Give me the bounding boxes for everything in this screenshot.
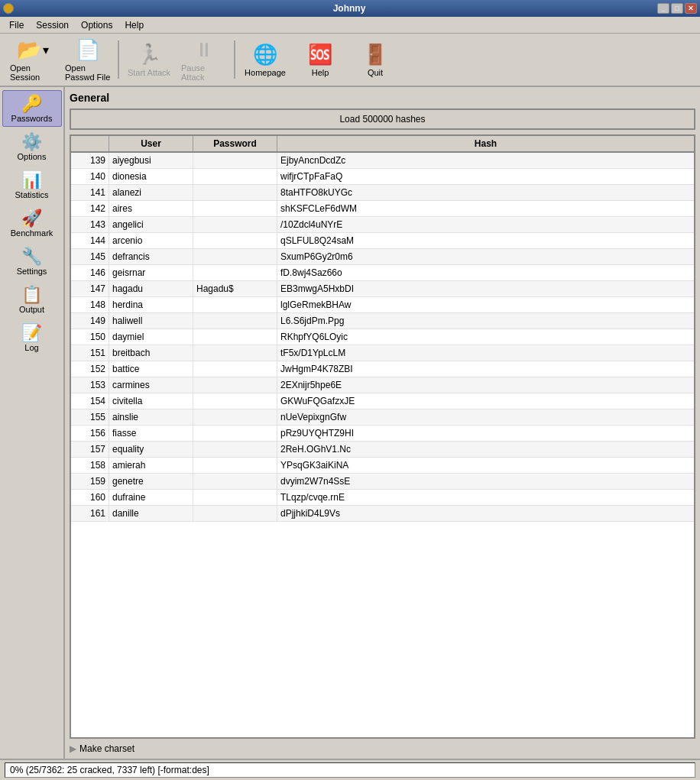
cell-password bbox=[193, 201, 277, 216]
sidebar-item-log[interactable]: 📝 Log bbox=[2, 319, 62, 356]
quit-button[interactable]: 🚪 Quit bbox=[348, 36, 402, 83]
cell-user: herdina bbox=[109, 297, 193, 312]
cell-hash: pRz9UYQHTZ9HI bbox=[277, 426, 694, 441]
homepage-icon: 🌐 bbox=[253, 43, 277, 66]
cell-user: daymiel bbox=[109, 329, 193, 345]
cell-hash: wifjrCTpFaFaQ bbox=[277, 169, 694, 184]
menu-file[interactable]: File bbox=[3, 18, 30, 32]
maximize-button[interactable]: □ bbox=[671, 3, 683, 14]
cell-password bbox=[193, 169, 277, 184]
cell-num: 161 bbox=[71, 506, 109, 521]
table-row[interactable]: 150 daymiel RKhpfYQ6LOyic bbox=[71, 329, 694, 345]
cell-password bbox=[193, 345, 277, 361]
cell-hash: YPsqGK3aiKiNA bbox=[277, 458, 694, 473]
table-row[interactable]: 144 arcenio qSLFUL8Q24saM bbox=[71, 233, 694, 249]
sidebar-item-passwords[interactable]: 🔑 Passwords bbox=[2, 90, 62, 127]
cell-user: haliwell bbox=[109, 313, 193, 329]
cell-user: carmines bbox=[109, 377, 193, 393]
sidebar-item-benchmark[interactable]: 🚀 Benchmark bbox=[2, 205, 62, 241]
table-row[interactable]: 152 battice JwHgmP4K78ZBI bbox=[71, 361, 694, 377]
menu-session[interactable]: Session bbox=[30, 18, 75, 32]
cell-hash: shKSFCLeF6dWM bbox=[277, 201, 694, 216]
table-row[interactable]: 158 amierah YPsqGK3aiKiNA bbox=[71, 458, 694, 474]
cell-password bbox=[193, 409, 277, 425]
sidebar-item-options[interactable]: ⚙️ Options bbox=[2, 128, 62, 165]
table-row[interactable]: 145 defrancis SxumP6Gy2r0m6 bbox=[71, 249, 694, 265]
cell-user: dionesia bbox=[109, 169, 193, 184]
help-button[interactable]: 🆘 Help bbox=[293, 36, 347, 83]
menu-options[interactable]: Options bbox=[75, 18, 118, 32]
cell-hash: /10Zdcl4uNYrE bbox=[277, 217, 694, 232]
homepage-button[interactable]: 🌐 Homepage bbox=[238, 36, 292, 83]
table-row[interactable]: 143 angelici /10Zdcl4uNYrE bbox=[71, 217, 694, 233]
table-row[interactable]: 141 alanezi 8taHTFO8kUYGc bbox=[71, 185, 694, 201]
cell-num: 153 bbox=[71, 377, 109, 393]
menu-help[interactable]: Help bbox=[118, 18, 150, 32]
cell-num: 144 bbox=[71, 233, 109, 248]
sidebar-item-statistics[interactable]: 📊 Statistics bbox=[2, 167, 62, 203]
cell-password bbox=[193, 185, 277, 200]
table-row[interactable]: 155 ainslie nUeVepixgnGfw bbox=[71, 409, 694, 426]
table-row[interactable]: 159 genetre dvyim2W7n4SsE bbox=[71, 474, 694, 490]
sidebar-item-settings[interactable]: 🔧 Settings bbox=[2, 243, 62, 280]
cell-user: breitbach bbox=[109, 345, 193, 361]
table-row[interactable]: 156 fiasse pRz9UYQHTZ9HI bbox=[71, 426, 694, 442]
cell-user: danille bbox=[109, 506, 193, 521]
make-charset-button[interactable]: ▶ Make charset bbox=[70, 743, 134, 754]
homepage-label: Homepage bbox=[245, 68, 286, 77]
table-row[interactable]: 161 danille dPjjhkiD4L9Vs bbox=[71, 506, 694, 522]
cell-user: dufraine bbox=[109, 490, 193, 505]
cell-num: 159 bbox=[71, 474, 109, 489]
open-session-button[interactable]: 📂 ▾ Open Session bbox=[6, 36, 60, 83]
passwords-icon: 🔑 bbox=[21, 94, 42, 114]
cell-user: equality bbox=[109, 442, 193, 457]
main-area: 🔑 Passwords ⚙️ Options 📊 Statistics 🚀 Be… bbox=[0, 87, 700, 759]
cell-hash: EjbyAncnDcdZc bbox=[277, 153, 694, 168]
load-hashes-button[interactable]: Load 500000 hashes bbox=[70, 108, 695, 130]
cell-num: 157 bbox=[71, 442, 109, 457]
sidebar-item-output[interactable]: 📋 Output bbox=[2, 281, 62, 318]
cell-password bbox=[193, 506, 277, 521]
cell-hash: RKhpfYQ6LOyic bbox=[277, 329, 694, 345]
cell-num: 146 bbox=[71, 265, 109, 280]
make-charset-label: Make charset bbox=[79, 743, 134, 754]
table-row[interactable]: 147 hagadu Hagadu$ EB3mwgA5HxbDI bbox=[71, 281, 694, 297]
quit-label: Quit bbox=[368, 68, 383, 77]
table-row[interactable]: 157 equality 2ReH.OGhV1.Nc bbox=[71, 442, 694, 458]
table-row[interactable]: 140 dionesia wifjrCTpFaFaQ bbox=[71, 169, 694, 185]
cell-user: arcenio bbox=[109, 233, 193, 248]
sidebar-passwords-label: Passwords bbox=[11, 114, 53, 123]
open-passwd-label: Open Passwd File bbox=[65, 63, 111, 82]
table-row[interactable]: 151 breitbach tF5x/D1YpLcLM bbox=[71, 345, 694, 361]
table-row[interactable]: 148 herdina lglGeRmekBHAw bbox=[71, 297, 694, 313]
pause-attack-button[interactable]: ⏸ Pause Attack bbox=[177, 36, 231, 83]
cell-password bbox=[193, 313, 277, 329]
cell-user: aires bbox=[109, 201, 193, 216]
cell-hash: tF5x/D1YpLcLM bbox=[277, 345, 694, 361]
arrow-icon: ▶ bbox=[70, 743, 76, 754]
table-row[interactable]: 154 civitella GKWuFQGafzxJE bbox=[71, 393, 694, 409]
close-button[interactable]: ✕ bbox=[685, 3, 697, 14]
table-body[interactable]: 139 aiyegbusi EjbyAncnDcdZc 140 dionesia… bbox=[71, 153, 694, 737]
table-row[interactable]: 160 dufraine TLqzp/cvqe.rnE bbox=[71, 490, 694, 506]
table-row[interactable]: 142 aires shKSFCLeF6dWM bbox=[71, 201, 694, 217]
start-attack-button[interactable]: 🏃 Start Attack bbox=[122, 36, 176, 83]
cell-hash: SxumP6Gy2r0m6 bbox=[277, 249, 694, 264]
toolbar-separator-1 bbox=[118, 40, 119, 79]
table-row[interactable]: 149 haliwell L6.S6jdPm.Ppg bbox=[71, 313, 694, 329]
cell-num: 150 bbox=[71, 329, 109, 345]
pause-attack-label: Pause Attack bbox=[181, 63, 227, 82]
content-area: General Load 500000 hashes User Password… bbox=[65, 87, 700, 759]
open-passwd-button[interactable]: 📄 Open Passwd File bbox=[61, 36, 115, 83]
table-row[interactable]: 153 carmines 2EXnijr5hpe6E bbox=[71, 377, 694, 393]
table-row[interactable]: 146 geisrnar fD.8wj4Saz66o bbox=[71, 265, 694, 281]
cell-password bbox=[193, 249, 277, 264]
hash-table: User Password Hash 139 aiyegbusi EjbyAnc… bbox=[70, 134, 695, 739]
table-row[interactable]: 139 aiyegbusi EjbyAncnDcdZc bbox=[71, 153, 694, 169]
cell-num: 156 bbox=[71, 426, 109, 441]
col-header-password: Password bbox=[193, 136, 277, 151]
sidebar-settings-label: Settings bbox=[17, 267, 47, 276]
cell-num: 141 bbox=[71, 185, 109, 200]
minimize-button[interactable]: _ bbox=[657, 3, 669, 14]
cell-num: 148 bbox=[71, 297, 109, 312]
